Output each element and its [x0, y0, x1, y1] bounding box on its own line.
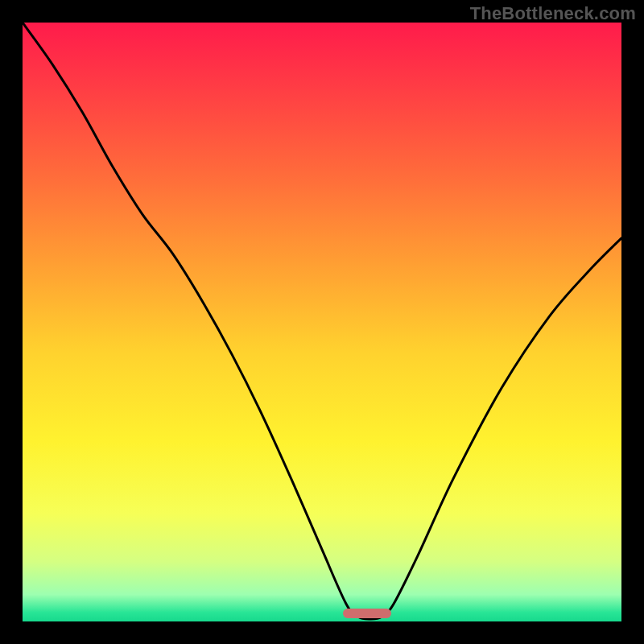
- watermark-text: TheBottleneck.com: [470, 3, 636, 24]
- optimal-region-marker: [343, 609, 391, 618]
- plot-area: [23, 23, 621, 621]
- bottleneck-curve: [23, 23, 621, 621]
- chart-frame: TheBottleneck.com: [0, 0, 644, 644]
